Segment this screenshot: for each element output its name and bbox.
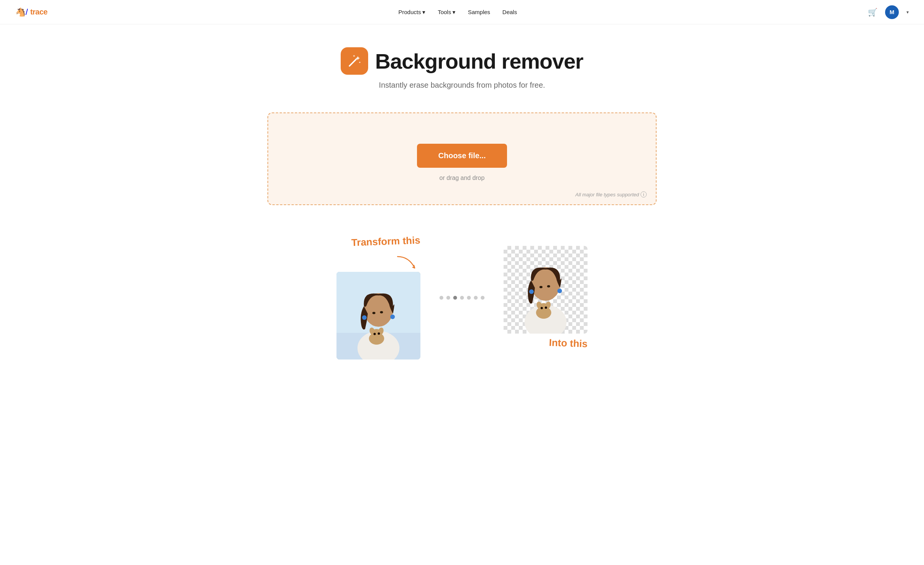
- transform-arrow-icon: [394, 253, 420, 272]
- upload-section: Choose file... or drag and drop All majo…: [252, 105, 672, 228]
- nav-tools-label: Tools: [438, 9, 451, 15]
- svg-point-25: [529, 289, 534, 294]
- transform-label: Transform this: [351, 234, 421, 249]
- info-icon[interactable]: i: [641, 191, 647, 197]
- hero-subtitle: Instantly erase backgrounds from photos …: [8, 81, 916, 90]
- nav-deals-label: Deals: [502, 9, 517, 15]
- app-icon: [341, 47, 368, 75]
- into-label: Into this: [549, 337, 588, 350]
- logo-horse-icon: 🐴/: [15, 7, 28, 17]
- svg-point-6: [380, 311, 383, 313]
- dot-3: [453, 296, 457, 300]
- nav-links: Products ▾ Tools ▾ Samples Deals: [398, 9, 517, 16]
- dot-5: [467, 296, 471, 300]
- file-types-text: All major file types supported: [575, 192, 639, 197]
- cart-icon[interactable]: 🛒: [868, 8, 877, 17]
- svg-point-11: [373, 333, 376, 335]
- svg-point-5: [372, 312, 375, 314]
- nav-products[interactable]: Products ▾: [398, 9, 425, 16]
- avatar-caret-icon[interactable]: ▾: [906, 10, 909, 15]
- dot-2: [446, 296, 450, 300]
- dot-1: [439, 296, 443, 300]
- file-types-info: All major file types supported i: [575, 191, 647, 197]
- nav-right: 🛒 M ▾: [868, 5, 909, 19]
- chevron-down-icon: ▾: [452, 9, 456, 16]
- progress-dots: [428, 296, 496, 300]
- dot-4: [460, 296, 464, 300]
- svg-point-13: [362, 315, 367, 320]
- dot-7: [481, 296, 485, 300]
- nav-samples[interactable]: Samples: [468, 9, 490, 15]
- magic-wand-icon: [346, 53, 362, 69]
- svg-point-23: [541, 307, 543, 309]
- svg-point-17: [539, 286, 542, 288]
- hero-section: Background remover Instantly erase backg…: [0, 24, 924, 105]
- hero-title-wrap: Background remover: [8, 47, 916, 75]
- nav-deals[interactable]: Deals: [502, 9, 517, 15]
- original-photo: [336, 272, 420, 360]
- logo[interactable]: 🐴/ trace: [15, 7, 47, 17]
- original-photo-svg: [336, 272, 420, 360]
- demo-right: ✦: [504, 246, 588, 349]
- nav-samples-label: Samples: [468, 9, 490, 15]
- nav-tools[interactable]: Tools ▾: [438, 9, 456, 16]
- svg-point-12: [378, 332, 380, 335]
- demo-left: Transform this: [336, 236, 420, 360]
- svg-point-24: [545, 307, 547, 309]
- logo-text: trace: [30, 8, 47, 16]
- svg-point-26: [557, 289, 562, 293]
- upload-dropzone[interactable]: Choose file... or drag and drop All majo…: [267, 112, 657, 205]
- navbar: 🐴/ trace Products ▾ Tools ▾ Samples Deal…: [0, 0, 924, 24]
- svg-point-14: [390, 315, 395, 319]
- avatar-initial: M: [890, 9, 895, 15]
- choose-file-button[interactable]: Choose file...: [417, 144, 507, 168]
- nav-products-label: Products: [398, 9, 421, 15]
- demo-section: Transform this: [252, 228, 672, 375]
- dot-6: [474, 296, 478, 300]
- drag-drop-label: or drag and drop: [439, 175, 485, 181]
- chevron-down-icon: ▾: [422, 9, 425, 16]
- svg-line-0: [349, 59, 356, 66]
- page-title: Background remover: [375, 49, 583, 74]
- result-photo-svg: [504, 246, 588, 334]
- avatar[interactable]: M: [885, 5, 899, 19]
- svg-point-18: [547, 285, 550, 287]
- result-photo: ✦: [504, 246, 588, 334]
